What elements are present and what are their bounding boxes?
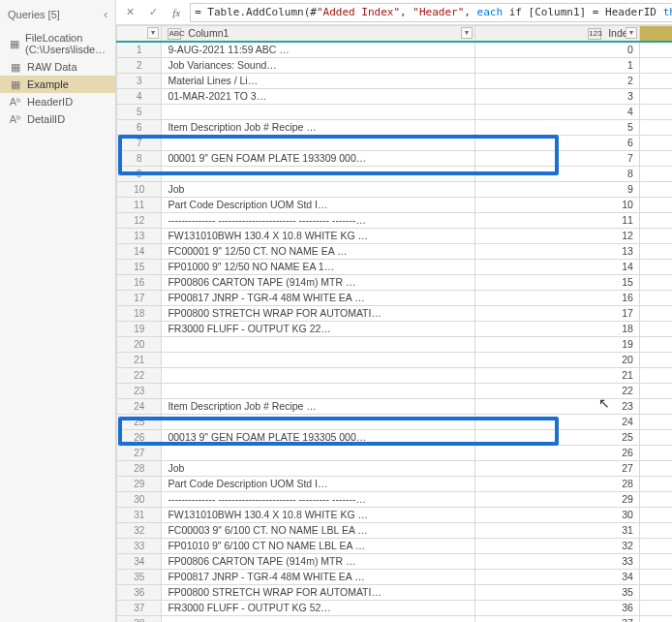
table-row[interactable]: 19 FR3000 FLUFF - OUTPUT KG 22…18null [117,322,672,337]
cell-header[interactable]: null [639,229,672,244]
query-item[interactable]: AᵇDetailID [0,110,115,128]
cell-index[interactable]: 12 [475,229,640,244]
table-row[interactable]: 10 Job9null [117,182,672,198]
cell-index[interactable]: 28 [475,477,640,492]
table-row[interactable]: 30 -------------- ----------------------… [117,492,672,508]
cell-header[interactable]: null [639,167,672,182]
cell-index[interactable]: 16 [475,291,640,306]
row-number[interactable]: 13 [117,229,162,244]
cell-column1[interactable]: Job [162,182,475,198]
query-item[interactable]: ▦Example [0,76,115,93]
row-number[interactable]: 33 [117,539,162,554]
cell-index[interactable]: 6 [475,136,640,151]
cell-header[interactable]: null [639,151,672,167]
row-number[interactable]: 9 [117,167,162,182]
table-row[interactable]: 19-AUG-2021 11:59 ABC …0null [117,42,672,58]
cell-column1[interactable]: Part Code Description UOM Std I… [162,198,475,213]
cell-column1[interactable]: FC00001 9" 12/50 CT. NO NAME EA … [162,244,475,260]
cell-index[interactable]: 20 [475,353,640,368]
row-number[interactable]: 37 [117,601,162,616]
cell-index[interactable]: 33 [475,554,640,570]
cell-index[interactable]: 29 [475,492,640,508]
cell-index[interactable]: 2 [475,74,640,89]
cell-header[interactable]: null [639,570,672,585]
cell-header[interactable]: null [639,461,672,477]
cell-index[interactable]: 32 [475,539,640,554]
cell-column1[interactable] [162,384,475,399]
cell-header[interactable]: null [639,260,672,275]
cell-column1[interactable]: -------------- ----------------------- -… [162,213,475,229]
cell-index[interactable]: 8 [475,167,640,182]
row-number[interactable]: 35 [117,570,162,585]
table-row[interactable]: 14 FC00001 9" 12/50 CT. NO NAME EA …13nu… [117,244,672,260]
row-number[interactable]: 5 [117,105,162,120]
table-row[interactable]: 2524null [117,415,672,430]
cell-index[interactable]: 10 [475,198,640,213]
cell-column1[interactable]: FC00003 9" 6/100 CT. NO NAME LBL EA … [162,523,475,539]
cell-index[interactable]: 1 [475,58,640,74]
cell-header[interactable]: null [639,508,672,523]
row-number[interactable]: 12 [117,213,162,229]
table-row[interactable]: 800001 9" GEN FOAM PLATE 193309 000…7nul… [117,151,672,167]
cell-header[interactable]: null [639,446,672,461]
row-number[interactable]: 26 [117,430,162,446]
table-row[interactable]: 2726null [117,446,672,461]
cell-header[interactable]: null [639,368,672,384]
row-number[interactable]: 31 [117,508,162,523]
cell-header[interactable]: null [639,136,672,151]
row-number[interactable]: 7 [117,136,162,151]
cell-header[interactable]: null [639,42,672,58]
cell-index[interactable]: 3 [475,89,640,105]
cell-index[interactable]: 21 [475,368,640,384]
row-number[interactable]: 27 [117,446,162,461]
column-header-header[interactable]: ABC/123 Header ▾ [639,26,672,43]
cell-header[interactable]: null [639,601,672,616]
accept-formula-icon[interactable]: ✓ [143,3,163,22]
cell-column1[interactable]: FP01000 9" 12/50 NO NAME EA 1… [162,260,475,275]
row-number[interactable]: 25 [117,415,162,430]
table-row[interactable]: 34 FP00806 CARTON TAPE (914m) MTR …33nul… [117,554,672,570]
cell-column1[interactable] [162,368,475,384]
cell-column1[interactable]: Material Lines / Li… [162,74,475,89]
cell-index[interactable]: 36 [475,601,640,616]
cell-index[interactable]: 11 [475,213,640,229]
cell-index[interactable]: 23 [475,399,640,415]
cell-column1[interactable]: 9-AUG-2021 11:59 ABC … [162,42,475,58]
filter-icon[interactable]: ▾ [626,27,637,39]
cell-column1[interactable]: -------------- ----------------------- -… [162,492,475,508]
column-header-column1[interactable]: ABC Column1 ▾ [162,26,475,43]
cancel-formula-icon[interactable]: ✕ [120,3,139,22]
cell-index[interactable]: 7 [475,151,640,167]
cell-header[interactable]: null [639,554,672,570]
table-row[interactable]: 2221null [117,368,672,384]
table-row[interactable]: 98null [117,167,672,182]
cell-column1[interactable]: FR3000 FLUFF - OUTPUT KG 22… [162,322,475,337]
table-row[interactable]: 31 FW131010BWH 130.4 X 10.8 WHITE KG …30… [117,508,672,523]
row-number[interactable]: 22 [117,368,162,384]
cell-column1[interactable]: FW131010BWH 130.4 X 10.8 WHITE KG … [162,508,475,523]
row-number[interactable]: 15 [117,260,162,275]
cell-header[interactable]: null [639,585,672,601]
cell-column1[interactable]: FP01010 9" 6/100 CT NO NAME LBL EA … [162,539,475,554]
table-row[interactable]: 2019null [117,337,672,353]
row-number[interactable]: 38 [117,616,162,623]
type-number-icon[interactable]: 123 [588,28,601,40]
table-row[interactable]: 76null [117,136,672,151]
cell-header[interactable]: null [639,539,672,554]
cell-column1[interactable] [162,337,475,353]
cell-index[interactable]: 25 [475,430,640,446]
cell-column1[interactable]: 01-MAR-2021 TO 3… [162,89,475,105]
row-number[interactable]: 1 [117,42,162,58]
cell-index[interactable]: 30 [475,508,640,523]
cell-column1[interactable] [162,136,475,151]
cell-column1[interactable] [162,415,475,430]
filter-icon[interactable]: ▾ [461,27,473,39]
table-row[interactable]: 29 Part Code Description UOM Std I…28nul… [117,477,672,492]
table-row[interactable]: 2 Job Variances: Sound…1null [117,58,672,74]
column-header-index[interactable]: 123 Index ▾ [475,26,640,43]
cell-column1[interactable] [162,446,475,461]
cell-header[interactable]: null [639,58,672,74]
row-number[interactable]: 10 [117,182,162,198]
cell-header[interactable]: null [639,182,672,198]
cell-index[interactable]: 4 [475,105,640,120]
